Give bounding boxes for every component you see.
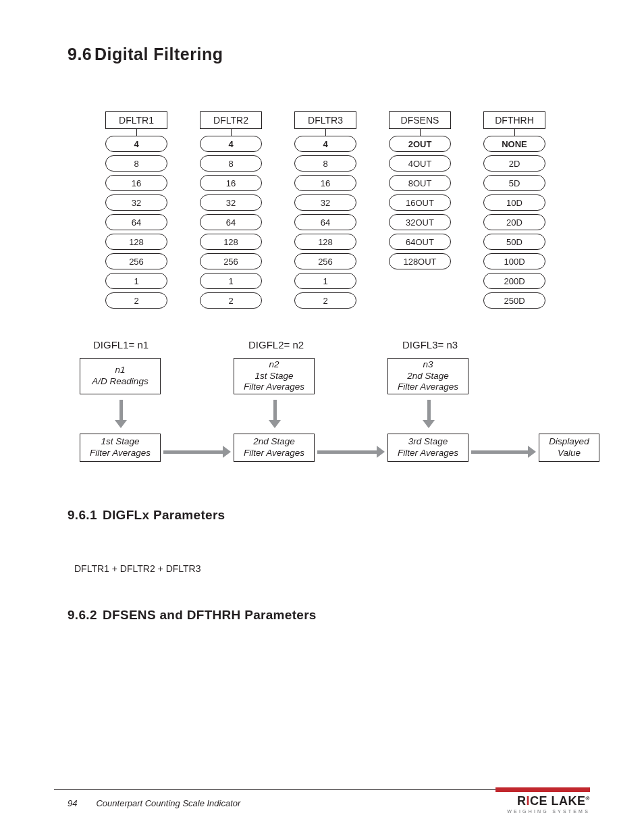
connector-line bbox=[231, 129, 232, 136]
flow-box-n2: n21st StageFilter Averages bbox=[234, 358, 315, 394]
document-title: Counterpart Counting Scale Indicator bbox=[96, 798, 240, 808]
filter-column: DFTHRHNONE2D5D10D20D50D100D200D250D bbox=[483, 111, 545, 312]
filter-column-header: DFSENS bbox=[389, 111, 451, 129]
filter-option: 2 bbox=[294, 292, 356, 309]
subsection-heading-2: 9.6.2DFSENS and DFTHRH Parameters bbox=[68, 608, 590, 623]
filter-option: 16OUT bbox=[389, 194, 451, 211]
brand-logo: RICE LAKE® WEIGHING SYSTEMS bbox=[495, 787, 590, 814]
subsection-number: 9.6.2 bbox=[68, 608, 103, 623]
filter-option: 16 bbox=[294, 175, 356, 191]
filter-column-header: DFTHRH bbox=[483, 111, 545, 129]
filter-option: 1 bbox=[200, 273, 262, 289]
formula-text: DFLTR1 + DFLTR2 + DFLTR3 bbox=[74, 563, 590, 574]
filter-option: 20D bbox=[483, 214, 545, 230]
connector-line bbox=[325, 129, 326, 136]
flow-label-2: DIGFL2= n2 bbox=[248, 339, 304, 350]
filter-option: 4OUT bbox=[389, 155, 451, 172]
filter-column: DFLTR24816326412825612 bbox=[200, 111, 262, 312]
filter-option: 4 bbox=[294, 136, 356, 152]
filter-column-header: DFLTR2 bbox=[200, 111, 262, 129]
filter-option: 256 bbox=[200, 253, 262, 269]
filter-option: 64 bbox=[200, 214, 262, 230]
flow-box-n1: n1A/D Readings bbox=[80, 358, 161, 394]
filter-option: 256 bbox=[294, 253, 356, 269]
filter-option: 250D bbox=[483, 292, 545, 309]
filter-option: 2 bbox=[105, 292, 167, 309]
filter-column: DFLTR34816326412825612 bbox=[294, 111, 356, 312]
filter-option: 32OUT bbox=[389, 214, 451, 230]
filter-option: 256 bbox=[105, 253, 167, 269]
arrow-right-icon bbox=[163, 446, 231, 458]
connector-line bbox=[136, 129, 137, 136]
filter-option: 16 bbox=[200, 175, 262, 191]
flow-box-stage2: 2nd StageFilter Averages bbox=[234, 434, 315, 462]
filter-option-grid: DFLTR14816326412825612DFLTR2481632641282… bbox=[105, 111, 590, 312]
filter-option: 64OUT bbox=[389, 234, 451, 250]
filter-option: 8OUT bbox=[389, 175, 451, 191]
subsection-heading-1: 9.6.1DIGFLx Parameters bbox=[68, 508, 590, 523]
filter-option: 8 bbox=[105, 155, 167, 172]
filter-option: 4 bbox=[200, 136, 262, 152]
filter-column: DFLTR14816326412825612 bbox=[105, 111, 167, 312]
filter-option: 128OUT bbox=[389, 253, 451, 269]
arrow-right-icon bbox=[471, 446, 536, 458]
filter-option: 2D bbox=[483, 155, 545, 172]
flow-label-3: DIGFL3= n3 bbox=[402, 339, 458, 350]
filter-option: 128 bbox=[294, 234, 356, 250]
filter-option: 200D bbox=[483, 273, 545, 289]
filter-option: 32 bbox=[294, 194, 356, 211]
flow-box-stage3: 3rd StageFilter Averages bbox=[387, 434, 468, 462]
arrow-down-icon bbox=[115, 400, 127, 428]
filter-option: 8 bbox=[294, 155, 356, 172]
filter-column: DFSENS2OUT4OUT8OUT16OUT32OUT64OUT128OUT bbox=[389, 111, 451, 312]
flow-box-stage1: 1st StageFilter Averages bbox=[80, 434, 161, 462]
subsection-title-text: DFSENS and DFTHRH Parameters bbox=[103, 608, 317, 622]
filter-option: 2 bbox=[200, 292, 262, 309]
filter-option: 32 bbox=[105, 194, 167, 211]
filter-flow-diagram: DIGFL1= n1 DIGFL2= n2 DIGFL3= n3 n1A/D R… bbox=[80, 339, 590, 481]
connector-line bbox=[514, 129, 515, 136]
filter-option: 128 bbox=[200, 234, 262, 250]
filter-option: 50D bbox=[483, 234, 545, 250]
arrow-down-icon bbox=[423, 400, 435, 428]
filter-option: 8 bbox=[200, 155, 262, 172]
page-number: 94 bbox=[68, 798, 77, 808]
flow-label-1: DIGFL1= n1 bbox=[93, 339, 149, 350]
section-title-text: Digital Filtering bbox=[95, 45, 223, 63]
filter-option: NONE bbox=[483, 136, 545, 152]
filter-option: 16 bbox=[105, 175, 167, 191]
section-heading: 9.6Digital Filtering bbox=[68, 45, 590, 64]
footer-text: 94Counterpart Counting Scale Indicator bbox=[68, 798, 240, 808]
filter-option: 100D bbox=[483, 253, 545, 269]
arrow-right-icon bbox=[317, 446, 385, 458]
flow-box-n3: n32nd StageFilter Averages bbox=[387, 358, 468, 394]
filter-option: 2OUT bbox=[389, 136, 451, 152]
filter-option: 128 bbox=[105, 234, 167, 250]
connector-line bbox=[420, 129, 421, 136]
filter-option: 10D bbox=[483, 194, 545, 211]
filter-column-header: DFLTR3 bbox=[294, 111, 356, 129]
arrow-down-icon bbox=[269, 400, 281, 428]
section-number: 9.6 bbox=[68, 45, 95, 64]
filter-option: 1 bbox=[294, 273, 356, 289]
filter-option: 32 bbox=[200, 194, 262, 211]
logo-bar bbox=[495, 787, 590, 792]
logo-name: RICE LAKE® bbox=[495, 794, 590, 808]
logo-tagline: WEIGHING SYSTEMS bbox=[495, 809, 590, 814]
filter-column-header: DFLTR1 bbox=[105, 111, 167, 129]
filter-option: 64 bbox=[105, 214, 167, 230]
filter-option: 64 bbox=[294, 214, 356, 230]
subsection-number: 9.6.1 bbox=[68, 508, 103, 523]
filter-option: 1 bbox=[105, 273, 167, 289]
filter-option: 5D bbox=[483, 175, 545, 191]
flow-box-display: DisplayedValue bbox=[539, 434, 599, 462]
subsection-title-text: DIGFLx Parameters bbox=[103, 508, 225, 522]
filter-option: 4 bbox=[105, 136, 167, 152]
